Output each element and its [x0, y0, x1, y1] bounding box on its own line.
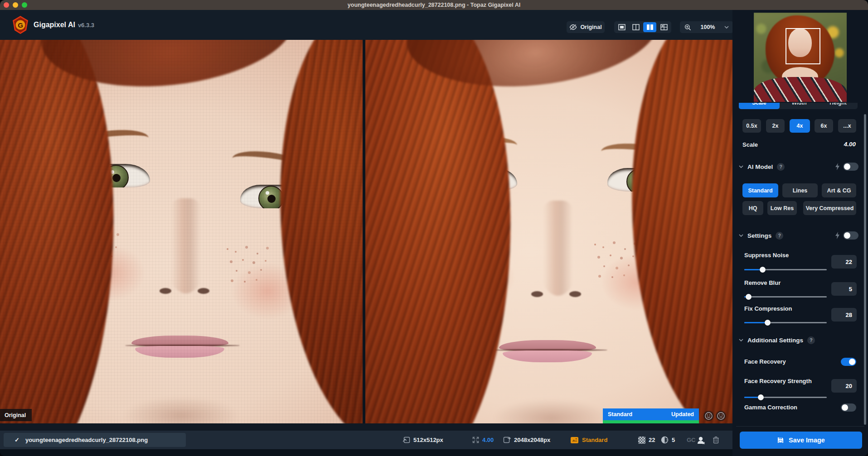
remove-file-button[interactable]: [713, 431, 719, 449]
enhanced-portrait-photo: [365, 40, 732, 423]
output-size-stat: 2048x2048px: [503, 431, 550, 449]
additional-settings-header[interactable]: Additional Settings ?: [739, 336, 858, 345]
slider-knob[interactable]: [758, 394, 764, 400]
input-size-stat: 512x512px: [402, 431, 443, 449]
model-stat-value: Standard: [582, 437, 607, 443]
titlebar: youngteenagedredheadcurly_28722108.png -…: [0, 0, 868, 10]
file-list-item[interactable]: ✓ youngteenagedredheadcurly_28722108.png: [4, 433, 186, 447]
save-divider: [736, 426, 864, 427]
blur-icon: [661, 436, 669, 444]
model-hq-button[interactable]: HQ: [742, 201, 763, 215]
toolbar: G Gigapixel AIv6.3.3 Original: [0, 10, 732, 40]
ai-model-header[interactable]: AI Model ?: [739, 162, 858, 171]
original-image-panel[interactable]: Original: [0, 40, 363, 423]
tab-scale[interactable]: Scale: [739, 103, 780, 109]
additional-settings-title: Additional Settings: [747, 337, 803, 344]
help-icon[interactable]: ?: [776, 232, 783, 240]
thumbnail-plaid-shirt: [754, 77, 847, 102]
face-recovery-strength-label: Face Recovery Strength: [744, 378, 812, 384]
lightning-icon: [835, 232, 840, 239]
model-standard-button[interactable]: Standard: [742, 183, 778, 197]
suppress-noise-label: Suppress Noise: [744, 252, 789, 259]
gamma-correction-label: Gamma Correction: [744, 404, 797, 411]
enhanced-image-panel[interactable]: Standard Updated: [365, 40, 732, 423]
fix-compression-label: Fix Compression: [744, 305, 792, 312]
settings-header[interactable]: Settings ?: [739, 231, 858, 240]
view-side-by-side-button[interactable]: [643, 22, 656, 32]
blur-stat: 5: [661, 431, 675, 449]
ai-model-icon: [570, 437, 579, 444]
fix-compression-slider[interactable]: [744, 319, 827, 326]
settings-auto-toggle[interactable]: [843, 231, 858, 240]
face-recovery-strength-value[interactable]: 20: [831, 379, 857, 393]
sidebar-scrollbar[interactable]: [864, 114, 866, 425]
gamma-correction-toggle[interactable]: [841, 403, 856, 412]
model-low-res-button[interactable]: Low Res: [767, 201, 797, 215]
scale-4x-button[interactable]: 4x: [790, 119, 810, 133]
lightning-icon: [835, 163, 840, 170]
chevron-down-icon: [739, 339, 743, 341]
ai-model-title: AI Model: [747, 163, 773, 170]
slider-knob[interactable]: [746, 294, 752, 300]
app-window: youngteenagedredheadcurly_28722108.png -…: [0, 0, 868, 456]
face-recovery-toggle[interactable]: [841, 358, 856, 366]
feedback-meh-button[interactable]: [716, 411, 726, 421]
model-art-cg-button[interactable]: Art & CG: [822, 183, 856, 197]
ai-model-auto-toggle[interactable]: [843, 163, 858, 171]
help-icon[interactable]: ?: [807, 336, 815, 344]
compare-progress: [603, 420, 699, 423]
scale-stat: 4.00: [472, 431, 494, 449]
suppress-noise-slider[interactable]: [744, 266, 827, 273]
fix-compression-value[interactable]: 28: [831, 308, 857, 322]
settings-title: Settings: [747, 232, 771, 239]
resize-mode-tabs: Scale Width Height: [739, 103, 858, 110]
view-mode-group: [614, 21, 671, 33]
filename: youngteenagedredheadcurly_28722108.png: [25, 437, 148, 443]
chevron-down-icon: [739, 165, 743, 168]
remove-blur-slider[interactable]: [744, 293, 827, 300]
chevron-down-icon: [724, 26, 729, 29]
scale-custom-button[interactable]: ...x: [838, 119, 856, 133]
view-single-button[interactable]: [615, 22, 628, 32]
scale-stat-value: 4.00: [482, 437, 494, 443]
suppress-noise-value[interactable]: 22: [831, 255, 857, 269]
app-version: v6.3.3: [78, 22, 94, 29]
navigator-viewport-box[interactable]: [786, 28, 820, 64]
save-image-button[interactable]: Save Image: [740, 432, 862, 449]
help-icon[interactable]: ?: [777, 163, 785, 171]
noise-icon: [638, 437, 645, 444]
navigator-thumbnail[interactable]: [754, 13, 847, 102]
gamma-correction-stat: GC: [687, 431, 696, 449]
zoom-control[interactable]: 100%: [680, 21, 733, 33]
scale-0_5x-button[interactable]: 0.5x: [742, 119, 761, 133]
scale-value: 4.00: [844, 141, 856, 148]
zoom-in-icon: [684, 24, 691, 31]
remove-blur-label: Remove Blur: [744, 279, 781, 286]
remove-blur-value[interactable]: 5: [831, 282, 857, 296]
noise-stat-value: 22: [649, 437, 655, 443]
tab-width[interactable]: Width: [780, 103, 819, 109]
model-very-compressed-button[interactable]: Very Compressed: [803, 201, 856, 215]
tab-height[interactable]: Height: [819, 103, 858, 109]
compare-bar[interactable]: Standard Updated: [603, 408, 699, 420]
slider-knob[interactable]: [760, 267, 766, 273]
chevron-down-icon: [739, 234, 743, 237]
feedback-happy-button[interactable]: [703, 411, 714, 421]
view-comparison-button[interactable]: [657, 22, 670, 32]
slider-knob[interactable]: [765, 320, 771, 326]
scale-6x-button[interactable]: 6x: [815, 119, 833, 133]
sidebar: Scale Width Height 0.5x 2x 4x 6x ...x Sc…: [732, 10, 868, 456]
check-icon: ✓: [15, 437, 19, 443]
model-stat: Standard: [570, 431, 607, 449]
show-original-button[interactable]: Original: [567, 21, 605, 33]
canvas-bottom-gap: [0, 423, 732, 431]
app-name: Gigapixel AIv6.3.3: [34, 21, 94, 29]
input-size-value: 512x512px: [413, 437, 443, 443]
model-lines-button[interactable]: Lines: [782, 183, 818, 197]
scale-2x-button[interactable]: 2x: [766, 119, 785, 133]
person-icon: [697, 436, 706, 444]
original-badge: Original: [0, 409, 32, 421]
output-size-value: 2048x2048px: [514, 437, 550, 443]
face-recovery-strength-slider[interactable]: [744, 394, 827, 400]
view-split-button[interactable]: [629, 22, 642, 32]
